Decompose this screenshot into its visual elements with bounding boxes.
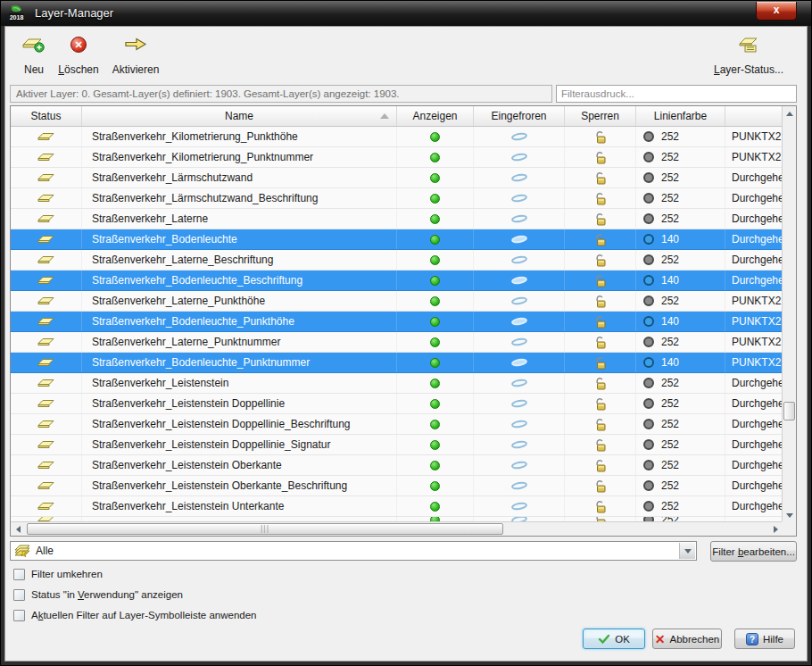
- unlocked-icon[interactable]: [594, 192, 607, 205]
- thawed-icon[interactable]: [510, 398, 527, 408]
- status-cell[interactable]: [11, 209, 82, 229]
- lock-cell[interactable]: [565, 455, 636, 475]
- line-color-cell[interactable]: 252: [636, 394, 725, 413]
- linetype-cell[interactable]: Durchgehe: [725, 394, 783, 413]
- unlocked-icon[interactable]: [594, 274, 607, 287]
- status-cell[interactable]: [11, 291, 82, 311]
- visible-on-icon[interactable]: [430, 337, 440, 347]
- scroll-up-button[interactable]: [783, 106, 797, 121]
- visibility-cell[interactable]: [397, 394, 474, 413]
- line-color-cell[interactable]: 252: [636, 291, 725, 311]
- column-header-name[interactable]: Name: [82, 106, 397, 126]
- line-color-cell[interactable]: 252: [636, 373, 725, 393]
- frozen-cell[interactable]: [474, 188, 565, 208]
- status-cell[interactable]: [11, 147, 82, 167]
- visible-on-icon[interactable]: [430, 153, 440, 162]
- line-color-cell[interactable]: 252: [636, 414, 725, 434]
- table-row[interactable]: Straßenverkehr_Leistenstein Doppellinie_…: [11, 435, 783, 455]
- linetype-cell[interactable]: PUNKTX2: [725, 291, 783, 311]
- vertical-scrollbar[interactable]: [782, 106, 796, 522]
- thawed-icon[interactable]: [510, 296, 527, 305]
- filter-combobox[interactable]: Alle: [10, 541, 697, 561]
- visible-on-icon[interactable]: [430, 461, 440, 470]
- column-header-eingefroren[interactable]: Eingefroren: [474, 106, 565, 126]
- status-cell[interactable]: [11, 435, 82, 454]
- cancel-button[interactable]: ✕ Abbrechen: [652, 629, 722, 649]
- thawed-icon[interactable]: [510, 254, 527, 264]
- apply-filter-checkbox-box[interactable]: [13, 610, 25, 621]
- visibility-cell[interactable]: [397, 476, 474, 495]
- visible-on-icon[interactable]: [430, 296, 440, 306]
- unlocked-icon[interactable]: [594, 438, 607, 452]
- table-row[interactable]: Straßenverkehr_Leistenstein 252 Durchgeh…: [11, 373, 783, 394]
- checkbox-invert-filter[interactable]: Filter umkehren: [13, 568, 103, 580]
- frozen-cell[interactable]: [474, 435, 565, 454]
- unlocked-icon[interactable]: [594, 356, 607, 370]
- visible-on-icon[interactable]: [430, 194, 440, 204]
- linetype-cell[interactable]: Durchgehe: [725, 168, 783, 187]
- table-row[interactable]: Straßenverkehr_Lärmschutzwand 252 Durchg…: [11, 168, 783, 188]
- horizontal-scroll-thumb[interactable]: |||: [27, 523, 503, 535]
- line-color-cell[interactable]: 140: [636, 229, 725, 249]
- thawed-icon[interactable]: [510, 131, 527, 141]
- help-button[interactable]: ? Hilfe: [734, 629, 795, 649]
- lock-cell[interactable]: [565, 312, 636, 331]
- unlocked-icon[interactable]: [594, 212, 607, 226]
- frozen-cell[interactable]: [474, 291, 565, 311]
- lock-cell[interactable]: [565, 188, 636, 208]
- visibility-cell[interactable]: [397, 168, 474, 187]
- activate-layer-button[interactable]: Aktivieren: [106, 37, 165, 76]
- unlocked-icon[interactable]: [594, 479, 607, 493]
- line-color-cell[interactable]: 252: [636, 147, 725, 167]
- table-row[interactable]: Straßenverkehr_Leistenstein Doppellinie_…: [11, 414, 783, 435]
- visibility-cell[interactable]: [397, 147, 474, 167]
- unlocked-icon[interactable]: [594, 233, 607, 246]
- status-cell[interactable]: [11, 168, 82, 187]
- line-color-cell[interactable]: 252: [636, 455, 725, 475]
- unlocked-icon[interactable]: [594, 254, 607, 267]
- unlocked-icon[interactable]: [594, 130, 607, 144]
- unlocked-icon[interactable]: [594, 418, 607, 431]
- linetype-cell[interactable]: Durchgehe: [725, 250, 783, 270]
- lock-cell[interactable]: [565, 250, 636, 270]
- table-row[interactable]: Straßenverkehr_Bodenleuchte_Beschriftung…: [11, 271, 783, 291]
- linetype-cell[interactable]: PUNKTX2: [725, 332, 783, 352]
- unlocked-icon[interactable]: [594, 336, 607, 349]
- visible-on-icon[interactable]: [430, 481, 440, 491]
- lock-cell[interactable]: [565, 373, 636, 393]
- line-color-cell[interactable]: 140: [636, 312, 725, 331]
- linetype-cell[interactable]: Durchgehe: [725, 373, 783, 393]
- lock-cell[interactable]: [565, 209, 636, 229]
- line-color-cell[interactable]: 252: [636, 435, 725, 454]
- linetype-cell[interactable]: Durchgehe: [725, 435, 783, 454]
- status-cell[interactable]: [11, 188, 82, 208]
- frozen-cell[interactable]: [474, 209, 565, 229]
- unlocked-icon[interactable]: [594, 377, 607, 390]
- visibility-cell[interactable]: [397, 127, 474, 146]
- frozen-cell[interactable]: [474, 147, 565, 167]
- linetype-cell[interactable]: Durchgehe: [725, 188, 783, 208]
- frozen-cell[interactable]: [474, 476, 565, 495]
- linetype-cell[interactable]: PUNKTX2: [725, 353, 783, 372]
- visibility-cell[interactable]: [397, 271, 474, 290]
- table-row[interactable]: Straßenverkehr_Laterne_Beschriftung 252 …: [11, 250, 783, 271]
- frozen-cell[interactable]: [474, 168, 565, 187]
- show-in-use-checkbox-box[interactable]: [13, 589, 25, 601]
- line-color-cell[interactable]: 252: [636, 250, 725, 270]
- status-cell[interactable]: [11, 414, 82, 434]
- linetype-cell[interactable]: PUNKTX2: [725, 127, 783, 146]
- visibility-cell[interactable]: [397, 250, 474, 270]
- thawed-icon[interactable]: [510, 152, 527, 162]
- lock-cell[interactable]: [565, 476, 636, 495]
- table-row[interactable]: Straßenverkehr_Laterne 252 Durchgehe: [11, 209, 783, 229]
- visibility-cell[interactable]: [397, 188, 474, 208]
- status-cell[interactable]: [11, 332, 82, 352]
- visible-on-icon[interactable]: [430, 399, 440, 409]
- visibility-cell[interactable]: [397, 435, 474, 454]
- thawed-icon[interactable]: [510, 480, 527, 490]
- line-color-cell[interactable]: 252: [636, 332, 725, 352]
- lock-cell[interactable]: [565, 127, 636, 146]
- line-color-cell[interactable]: 252: [636, 209, 725, 229]
- horizontal-scrollbar[interactable]: |||: [11, 521, 783, 536]
- line-color-cell[interactable]: 252: [636, 496, 725, 516]
